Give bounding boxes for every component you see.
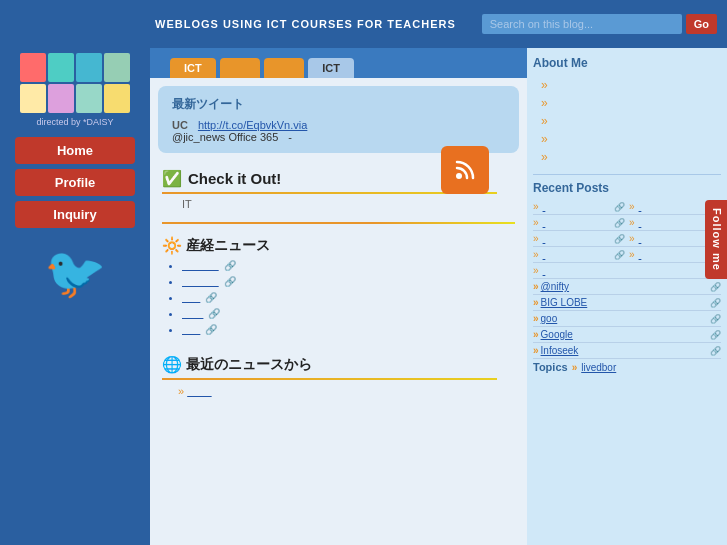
nav-home-button[interactable]: Home xyxy=(15,137,135,164)
tweet-label-uc: UC xyxy=(172,119,188,131)
post-text-5 xyxy=(543,265,706,276)
main-wrapper: directed by *DAISY Home Profile Inquiry … xyxy=(0,48,727,545)
list-item: 🔗 xyxy=(182,275,515,287)
ext-link-icon-2: 🔗 xyxy=(224,276,236,287)
center-content: ICT ICT 最新ツイート UC http://t.co/EqbvkVn.vi… xyxy=(150,48,527,545)
about-item-2[interactable] xyxy=(533,94,721,112)
link-goo[interactable]: goo xyxy=(541,313,708,324)
search-bar: Go xyxy=(482,14,717,34)
tweet-row-1: UC http://t.co/EqbvkVn.via xyxy=(172,119,505,131)
sankei-icon: 🔆 xyxy=(162,236,182,255)
sankei-title-text: 産経ニュース xyxy=(186,237,270,255)
logo-grid xyxy=(20,53,130,113)
latest-title-text: 最近のニュースから xyxy=(186,356,312,374)
post-row-2: » 🔗 » 🔗 xyxy=(533,215,721,231)
rss-icon[interactable] xyxy=(441,146,489,194)
about-item-3[interactable] xyxy=(533,112,721,130)
post-text-2b xyxy=(639,217,706,228)
logo-cell-4 xyxy=(104,53,130,82)
tab-ict-4[interactable]: ICT xyxy=(308,58,354,78)
sidebar-left: directed by *DAISY Home Profile Inquiry … xyxy=(0,48,150,545)
logo-cell-2 xyxy=(48,53,74,82)
post-ext-1: 🔗 xyxy=(614,202,625,212)
sankei-title: 🔆 産経ニュース xyxy=(162,236,515,255)
site-title: WEBLOGS USING ICT COURSES FOR TEACHERS xyxy=(155,18,456,30)
link-ext-infoseek: 🔗 xyxy=(710,346,721,356)
tweet-header: 最新ツイート xyxy=(172,96,505,113)
post-text-4 xyxy=(543,249,610,260)
twitter-panel: 最新ツイート UC http://t.co/EqbvkVn.via @jic_n… xyxy=(158,86,519,153)
post-bullet-3b: » xyxy=(629,233,635,244)
post-row-4: » 🔗 » 🔗 xyxy=(533,247,721,263)
topics-bullet: » xyxy=(572,362,578,373)
check-subtitle: IT xyxy=(162,198,515,210)
post-text-3b xyxy=(639,233,706,244)
topics-link[interactable]: livedbor xyxy=(581,362,616,373)
search-input[interactable] xyxy=(482,14,682,34)
nav-inquiry-button[interactable]: Inquiry xyxy=(15,201,135,228)
list-item: 🔗 xyxy=(182,259,515,271)
tab-ict-3[interactable] xyxy=(264,58,304,78)
search-button[interactable]: Go xyxy=(686,14,717,34)
topics-label: Topics xyxy=(533,361,568,373)
link-infoseek[interactable]: Infoseek xyxy=(541,345,708,356)
news-link-2[interactable] xyxy=(182,275,219,287)
ext-link-icon-3: 🔗 xyxy=(205,292,217,303)
recent-posts-title: Recent Posts xyxy=(533,174,721,195)
logo-cell-3 xyxy=(76,53,102,82)
divider-latest xyxy=(162,378,497,380)
link-row-goo: » goo 🔗 xyxy=(533,311,721,327)
link-row-infoseek: » Infoseek 🔗 xyxy=(533,343,721,359)
link-biglobe[interactable]: BIG LOBE xyxy=(541,297,708,308)
latest-bullet: » xyxy=(178,385,187,397)
tweet-row-2: @jic_news Office 365 - xyxy=(172,131,505,143)
link-row-biglobe: » BIG LOBE 🔗 xyxy=(533,295,721,311)
post-bullet-5: » xyxy=(533,265,539,276)
sankei-news-list: 🔗 🔗 🔗 🔗 � xyxy=(162,259,515,335)
news-link-1[interactable] xyxy=(182,259,219,271)
list-item: 🔗 xyxy=(182,323,515,335)
link-bullet-infoseek: » xyxy=(533,345,539,356)
link-nifty[interactable]: @nifty xyxy=(541,281,708,292)
about-item-1[interactable] xyxy=(533,76,721,94)
globe-icon: 🌐 xyxy=(162,355,182,374)
logo-cell-1 xyxy=(20,53,46,82)
follow-me-tab[interactable]: Follow me xyxy=(705,200,727,279)
hr-1 xyxy=(162,222,515,224)
post-row-1: » 🔗 » 🔗 xyxy=(533,199,721,215)
sidebar-right: About Me Recent Posts » 🔗 » 🔗 » 🔗 » 🔗 » xyxy=(527,48,727,545)
post-row-3: » 🔗 » 🔗 xyxy=(533,231,721,247)
post-ext-4: 🔗 xyxy=(614,250,625,260)
tab-ict-1[interactable]: ICT xyxy=(170,58,216,78)
post-bullet-4b: » xyxy=(629,249,635,260)
news-link-4[interactable] xyxy=(182,307,203,319)
nav-profile-button[interactable]: Profile xyxy=(15,169,135,196)
ext-link-icon-1: 🔗 xyxy=(224,260,236,271)
twitter-bird-icon: 🐦 xyxy=(44,248,106,298)
news-link-3[interactable] xyxy=(182,291,200,303)
ext-link-icon-5: 🔗 xyxy=(205,324,217,335)
tweet-link[interactable]: http://t.co/EqbvkVn.via xyxy=(198,119,307,131)
check-title-text: Check it Out! xyxy=(188,170,281,187)
post-row-5: » 🔗 xyxy=(533,263,721,279)
link-ext-goo: 🔗 xyxy=(710,314,721,324)
link-google[interactable]: Google xyxy=(541,329,708,340)
post-text-1 xyxy=(543,201,610,212)
logo-cell-6 xyxy=(48,84,74,113)
logo-cell-5 xyxy=(20,84,46,113)
link-bullet-biglobe: » xyxy=(533,297,539,308)
svg-point-0 xyxy=(456,173,462,179)
list-item: 🔗 xyxy=(182,307,515,319)
link-ext-biglobe: 🔗 xyxy=(710,298,721,308)
latest-news-section: 🌐 最近のニュースから » xyxy=(150,347,527,406)
link-row-google: » Google 🔗 xyxy=(533,327,721,343)
latest-link-1[interactable] xyxy=(187,385,211,397)
news-link-5[interactable] xyxy=(182,323,200,335)
about-item-5[interactable] xyxy=(533,148,721,166)
about-item-4[interactable] xyxy=(533,130,721,148)
tweet-dash: - xyxy=(288,131,292,143)
about-me-title: About Me xyxy=(533,56,721,70)
link-ext-google: 🔗 xyxy=(710,330,721,340)
tab-ict-2[interactable] xyxy=(220,58,260,78)
post-text-4b xyxy=(639,249,706,260)
